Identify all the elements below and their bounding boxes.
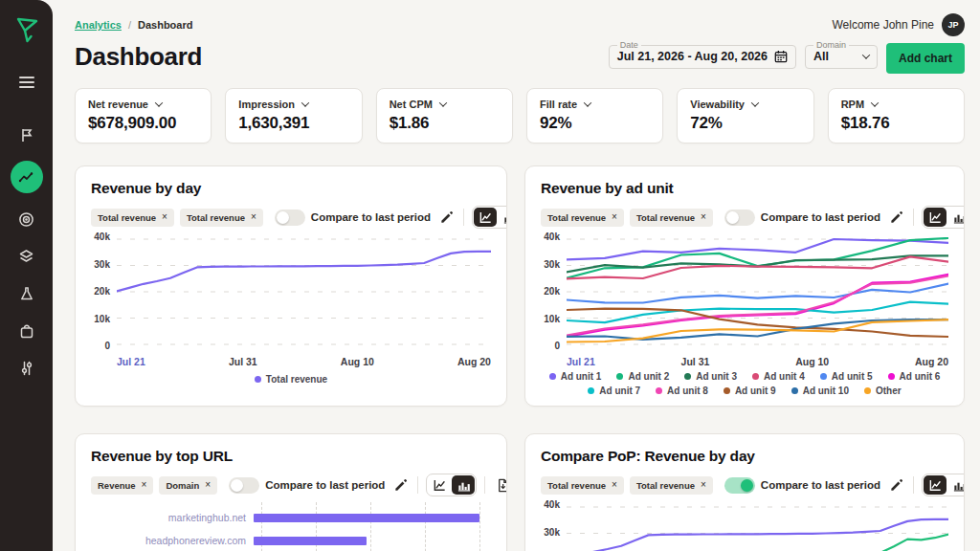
chart-toolbar: Revenue×Domain×Compare to last period··· bbox=[91, 474, 491, 496]
compare-label: Compare to last period bbox=[761, 211, 880, 223]
plot-svg-wrap bbox=[567, 505, 948, 551]
app-logo bbox=[11, 11, 42, 50]
domain-value: All bbox=[813, 50, 829, 63]
bar-chart-icon bbox=[457, 478, 471, 493]
chart-card-revenue-by-ad-unit: Revenue by ad unit Total revenue×Total r… bbox=[524, 165, 965, 407]
chip-close-icon[interactable]: × bbox=[205, 480, 211, 490]
chip-close-icon[interactable]: × bbox=[701, 480, 706, 490]
y-tick-label: 20k bbox=[91, 287, 110, 297]
chip-close-icon[interactable]: × bbox=[612, 212, 617, 222]
export-button[interactable] bbox=[493, 475, 507, 495]
legend-item: Ad unit 10 bbox=[791, 386, 849, 396]
bar-chart-icon bbox=[952, 478, 965, 493]
bar-chart-icon bbox=[952, 210, 965, 225]
revenue_by_top_url-plot-area: marketinghub.netheadphonereview.comlosta… bbox=[91, 506, 491, 551]
chart-card-revenue-by-top-url: Revenue by top URL Revenue×Domain×Compar… bbox=[75, 433, 507, 551]
filter-chip[interactable]: Total revenue× bbox=[541, 209, 624, 227]
y-tick-label: 30k bbox=[541, 528, 560, 538]
kpi-value: $18.76 bbox=[841, 114, 951, 133]
view-switcher bbox=[426, 474, 477, 496]
chip-close-icon[interactable]: × bbox=[612, 480, 617, 490]
line-view-button[interactable] bbox=[924, 208, 947, 227]
x-tick-label: Jul 21 bbox=[117, 356, 145, 367]
target-icon[interactable] bbox=[11, 208, 43, 231]
filter-chip[interactable]: Total revenue× bbox=[541, 476, 624, 495]
bar-view-button[interactable] bbox=[947, 208, 965, 227]
filter-chip[interactable]: Total revenue× bbox=[91, 209, 174, 227]
chart-card-revenue-by-day: Revenue by day Total revenue×Total reven… bbox=[75, 165, 507, 407]
compare-toggle[interactable] bbox=[275, 209, 305, 226]
filter-chip[interactable]: Revenue× bbox=[91, 476, 153, 495]
domain-select[interactable]: Domain All bbox=[805, 40, 878, 69]
line-view-button[interactable] bbox=[428, 475, 451, 495]
flask-icon[interactable] bbox=[11, 282, 43, 305]
edit-pencil-button[interactable] bbox=[886, 208, 905, 227]
flag-icon[interactable] bbox=[11, 123, 43, 146]
chip-close-icon[interactable]: × bbox=[701, 212, 706, 222]
breadcrumb-analytics-link[interactable]: Analytics bbox=[75, 19, 122, 31]
filter-chip[interactable]: Total revenue× bbox=[630, 476, 713, 495]
compare-toggle[interactable] bbox=[724, 209, 755, 226]
kpi-value: 1,630,391 bbox=[238, 114, 348, 133]
kpi-card-net-revenue: Net revenue $678,909.00 bbox=[75, 88, 212, 143]
series-line-total-revenue bbox=[117, 252, 491, 292]
chart-legend: Ad unit 7Ad unit 8Ad unit 9Ad unit 10Oth… bbox=[541, 386, 948, 396]
kpi-metric-selector[interactable]: Impression bbox=[238, 99, 348, 110]
sliders-icon[interactable] bbox=[11, 357, 43, 380]
filter-chip-label: Total revenue bbox=[636, 212, 695, 223]
kpi-metric-selector[interactable]: Fill rate bbox=[540, 99, 650, 110]
edit-pencil-button[interactable] bbox=[390, 475, 410, 495]
kpi-metric-selector[interactable]: Net CPM bbox=[390, 99, 500, 110]
kpi-value: $1.86 bbox=[390, 114, 500, 133]
add-chart-button[interactable]: Add chart bbox=[886, 43, 965, 74]
edit-pencil-button[interactable] bbox=[436, 208, 456, 227]
filter-chip[interactable]: Total revenue× bbox=[630, 209, 713, 227]
chip-close-icon[interactable]: × bbox=[142, 480, 147, 490]
y-tick-label: 30k bbox=[541, 260, 560, 270]
date-range-field[interactable]: Date Jul 21, 2026 - Aug 20, 2026 bbox=[609, 40, 796, 69]
kpi-metric-selector[interactable]: Net revenue bbox=[88, 99, 198, 110]
kpi-metric-selector[interactable]: Viewability bbox=[690, 99, 800, 110]
bar-view-button[interactable] bbox=[452, 475, 475, 495]
avatar[interactable]: JP bbox=[942, 13, 965, 36]
x-tick-label: Aug 10 bbox=[795, 356, 829, 367]
toggle-knob bbox=[726, 211, 739, 224]
legend-label: Ad unit 7 bbox=[599, 386, 640, 396]
line-view-button[interactable] bbox=[474, 208, 497, 227]
compare-toggle[interactable] bbox=[724, 477, 755, 494]
layers-icon[interactable] bbox=[11, 245, 43, 268]
filter-chip[interactable]: Domain× bbox=[159, 476, 217, 495]
chip-close-icon[interactable]: × bbox=[162, 212, 167, 222]
legend-item: Ad unit 3 bbox=[684, 371, 737, 382]
filter-chip-label: Total revenue bbox=[636, 480, 695, 491]
filter-chip[interactable]: Total revenue× bbox=[180, 209, 263, 227]
x-tick-label: Jul 21 bbox=[567, 356, 595, 367]
chip-close-icon[interactable]: × bbox=[251, 212, 256, 222]
legend-item: Ad unit 2 bbox=[616, 371, 669, 382]
compare-toggle[interactable] bbox=[229, 477, 259, 494]
kpi-metric-selector[interactable]: RPM bbox=[841, 99, 951, 110]
series-line-last-period bbox=[567, 535, 948, 551]
legend-label: Ad unit 4 bbox=[764, 371, 805, 382]
chevron-down-icon bbox=[871, 99, 879, 106]
pencil-icon bbox=[393, 478, 408, 493]
shopping-bag-icon[interactable] bbox=[11, 320, 43, 342]
legend-dot bbox=[888, 373, 895, 380]
x-tick-label: Aug 10 bbox=[341, 356, 374, 367]
plot-svg-wrap bbox=[117, 237, 491, 346]
toggle-knob bbox=[741, 479, 753, 492]
bar-view-button[interactable] bbox=[498, 208, 507, 227]
legend-dot bbox=[864, 387, 871, 394]
calendar-icon bbox=[774, 50, 788, 63]
domain-field-label: Domain bbox=[813, 40, 849, 50]
bar-view-button[interactable] bbox=[947, 475, 965, 495]
filter-chip-label: Total revenue bbox=[98, 212, 156, 223]
line-view-button[interactable] bbox=[924, 475, 947, 495]
analytics-icon-active[interactable] bbox=[11, 161, 43, 193]
menu-icon[interactable] bbox=[11, 71, 43, 94]
legend-label: Ad unit 6 bbox=[900, 371, 941, 382]
user-area: Welcome John Pine JP bbox=[833, 13, 966, 36]
legend-dot bbox=[255, 376, 261, 383]
edit-pencil-button[interactable] bbox=[886, 475, 905, 495]
x-tick-label: Jul 31 bbox=[681, 356, 710, 367]
